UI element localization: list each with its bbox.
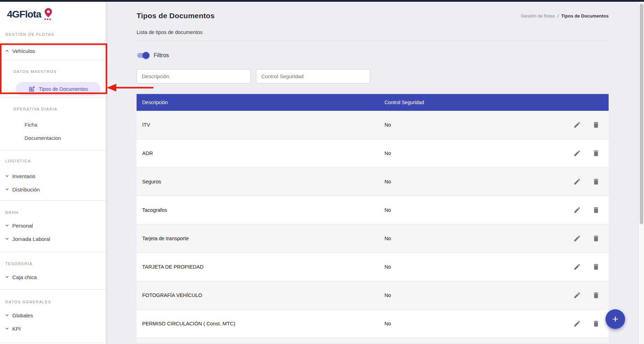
cell-control-seguridad: No: [385, 321, 573, 326]
table-row-partial: [137, 338, 609, 343]
app-layout: 4GFlota GESTIÓN DE FLOTAS Vehículos DATO…: [0, 2, 644, 344]
breadcrumb-separator: /: [558, 13, 559, 19]
cell-control-seguridad: No: [385, 292, 573, 298]
table-row: ADR No: [137, 139, 609, 168]
sidebar-active-item-label: Tipos de Documentos: [39, 86, 88, 92]
edit-button[interactable]: [573, 149, 581, 157]
delete-button[interactable]: [592, 234, 600, 243]
table-row: Tacografos No: [137, 196, 609, 224]
section-label-rrhh: RRHH: [0, 210, 106, 215]
sidebar-item-label: KPI: [12, 326, 21, 332]
sidebar-item-globales[interactable]: Globales: [0, 311, 106, 319]
sidebar-item-inventario[interactable]: Inventario: [0, 172, 106, 180]
table-row: ITV No: [137, 111, 609, 139]
section-label-logistica: LOGÍSTICA: [0, 158, 106, 163]
delete-button[interactable]: [592, 206, 600, 214]
delete-button[interactable]: [592, 177, 600, 186]
cell-control-seguridad: No: [385, 264, 573, 270]
column-header-control-seguridad: Control Seguridad: [385, 100, 609, 105]
sidebar-divider: [0, 289, 106, 290]
chevron-down-icon: [4, 312, 10, 318]
sidebar-item-label: Jornada Laboral: [12, 236, 50, 242]
column-header-descripcion: Descripción: [137, 100, 385, 105]
table-header: Descripción Control Seguridad: [137, 94, 609, 111]
chevron-down-icon: [4, 236, 10, 242]
chevron-up-icon: [4, 48, 10, 54]
edit-button[interactable]: [573, 234, 581, 243]
cell-descripcion: Seguros: [137, 179, 385, 184]
breadcrumb: Gestión de flotas / Tipos de Documentos: [521, 13, 609, 19]
sidebar-item-vehiculos[interactable]: Vehículos: [0, 47, 106, 55]
table-row: Tarjeta de transporte No: [137, 224, 609, 253]
delete-button[interactable]: [592, 149, 600, 157]
chevron-down-icon: [4, 173, 10, 179]
sidebar-item-label: Caja chica: [12, 274, 37, 280]
logo-text: 4GFlota: [7, 8, 41, 21]
sidebar-divider: [0, 252, 106, 252]
cell-control-seguridad: No: [385, 236, 573, 241]
documents-table: Descripción Control Seguridad ITV No ADR…: [137, 94, 609, 343]
sidebar-item-caja-chica[interactable]: Caja chica: [0, 273, 106, 281]
scrollbar-thumb[interactable]: [640, 4, 643, 224]
section-label-tesoreria: TESORERÍA: [0, 261, 106, 266]
sidebar-divider: [0, 150, 106, 150]
page-title: Tipos de Documentos: [137, 12, 215, 20]
section-label-operativa-diaria: OPERATIVA DIARIA: [0, 107, 106, 112]
chevron-down-icon: [4, 326, 10, 331]
breadcrumb-parent[interactable]: Gestión de flotas: [521, 13, 555, 19]
table-row: PERMISO CIRCULACIÓN ( Const. MTC) No: [137, 310, 609, 338]
cell-control-seguridad: No: [385, 207, 573, 213]
cell-descripcion: Tarjeta de transporte: [137, 236, 385, 241]
table-row: FOTOGRAFÍA VEHÍCULO No: [137, 281, 609, 310]
filter-control-seguridad-input[interactable]: [256, 69, 370, 83]
table-row: Seguros No: [137, 168, 609, 196]
cell-control-seguridad: No: [385, 122, 573, 128]
edit-button[interactable]: [573, 177, 581, 186]
vertical-scrollbar[interactable]: [638, 2, 644, 344]
header-divider: [137, 41, 609, 41]
section-label-datos-generales: DATOS GENERALES: [0, 299, 106, 304]
chevron-down-icon: [4, 223, 10, 228]
cell-descripcion: PERMISO CIRCULACIÓN ( Const. MTC): [137, 321, 385, 326]
location-pin-icon: [43, 7, 53, 23]
sidebar-divider: [0, 200, 106, 201]
cell-descripcion: ADR: [137, 150, 385, 156]
edit-button[interactable]: [573, 263, 581, 271]
toggle-knob: [143, 52, 150, 59]
cell-descripcion: TARJETA DE PROPIEDAD: [137, 264, 385, 270]
sidebar-item-ficha[interactable]: Ficha: [0, 121, 106, 129]
app-logo[interactable]: 4GFlota: [0, 2, 106, 26]
edit-button[interactable]: [573, 291, 581, 299]
sidebar-item-distribucion[interactable]: Distribución: [0, 185, 106, 194]
cell-descripcion: FOTOGRAFÍA VEHÍCULO: [137, 292, 385, 298]
filtros-toggle[interactable]: [137, 52, 150, 59]
main-content: Tipos de Documentos Gestión de flotas / …: [106, 2, 644, 344]
chevron-down-icon: [4, 274, 10, 280]
sidebar-divider: [0, 60, 106, 60]
page-subtitle: Lista de tipos de documentos: [137, 29, 609, 35]
sidebar-divider: [0, 343, 106, 343]
filtros-label: Filtros: [154, 52, 169, 59]
delete-button[interactable]: [592, 291, 600, 299]
edit-button[interactable]: [573, 206, 581, 214]
table-row: TARJETA DE PROPIEDAD No: [137, 253, 609, 281]
delete-button[interactable]: [592, 121, 600, 129]
sidebar-item-kpi[interactable]: KPI: [0, 324, 106, 333]
delete-button[interactable]: [592, 263, 600, 271]
sidebar-item-documentacion[interactable]: Documentacion: [0, 134, 106, 142]
sidebar-item-tipos-de-documentos[interactable]: Tipos de Documentos: [16, 82, 101, 96]
sidebar-item-personal[interactable]: Personal: [0, 221, 106, 230]
post-add-icon: [28, 86, 35, 93]
sidebar-item-label: Personal: [12, 223, 33, 229]
section-label-gestion-de-flotas: GESTIÓN DE FLOTAS: [0, 32, 106, 37]
filter-descripcion-input[interactable]: [137, 69, 251, 83]
breadcrumb-current: Tipos de Documentos: [561, 13, 609, 19]
edit-button[interactable]: [573, 121, 581, 129]
delete-button[interactable]: [592, 319, 600, 328]
cell-control-seguridad: No: [385, 150, 573, 156]
edit-button[interactable]: [573, 319, 581, 328]
sidebar-item-label: Vehículos: [12, 48, 35, 54]
sidebar-item-label: Distribución: [12, 187, 40, 193]
sidebar-item-jornada-laboral[interactable]: Jornada Laboral: [0, 235, 106, 243]
add-button[interactable]: +: [605, 309, 625, 329]
